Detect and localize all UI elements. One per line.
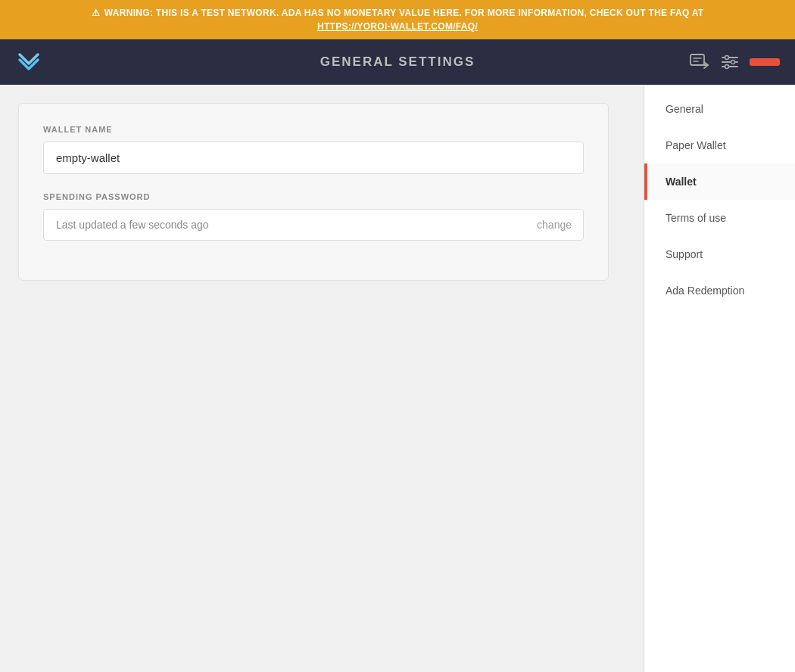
logo-icon	[15, 47, 42, 78]
page-title: GENERAL SETTINGS	[320, 54, 475, 70]
main-layout: WALLET NAME SPENDING PASSWORD change Gen…	[0, 85, 795, 672]
change-password-button[interactable]: change	[537, 219, 572, 231]
warning-link[interactable]: HTTPS://YOROI-WALLET.COM/FAQ/	[15, 20, 780, 33]
settings-card: WALLET NAME SPENDING PASSWORD change	[18, 103, 609, 281]
spending-password-wrapper: change	[43, 209, 584, 241]
warning-banner: ⚠WARNING: THIS IS A TEST NETWORK. ADA HA…	[0, 0, 795, 39]
nav-actions	[686, 48, 780, 76]
warning-icon: ⚠	[92, 6, 100, 20]
svg-point-5	[731, 61, 735, 64]
right-sidebar: GeneralPaper WalletWalletTerms of useSup…	[644, 85, 795, 672]
svg-rect-0	[691, 54, 704, 65]
spending-password-label: SPENDING PASSWORD	[43, 192, 584, 201]
svg-point-6	[725, 65, 729, 69]
content-area: WALLET NAME SPENDING PASSWORD change	[0, 85, 644, 672]
sidebar-item-terms-of-use[interactable]: Terms of use	[644, 200, 795, 236]
sidebar-item-ada-redemption[interactable]: Ada Redemption	[644, 272, 795, 309]
sidebar-item-general[interactable]: General	[644, 91, 795, 127]
wallet-name-input[interactable]	[43, 142, 584, 174]
spending-password-input[interactable]	[43, 209, 584, 241]
spending-password-group: SPENDING PASSWORD change	[43, 192, 584, 241]
logo-button[interactable]	[15, 47, 42, 78]
sidebar-item-wallet[interactable]: Wallet	[644, 163, 795, 200]
send-receive-button[interactable]	[686, 48, 713, 76]
warning-text: WARNING: THIS IS A TEST NETWORK. ADA HAS…	[104, 8, 704, 18]
active-indicator	[750, 58, 780, 66]
wallet-name-group: WALLET NAME	[43, 125, 584, 174]
wallet-name-label: WALLET NAME	[43, 125, 584, 134]
sidebar-item-support[interactable]: Support	[644, 236, 795, 272]
settings-button[interactable]	[716, 48, 744, 76]
sidebar-item-paper-wallet[interactable]: Paper Wallet	[644, 127, 795, 163]
top-nav: GENERAL SETTINGS	[0, 39, 795, 85]
svg-point-4	[725, 56, 729, 60]
